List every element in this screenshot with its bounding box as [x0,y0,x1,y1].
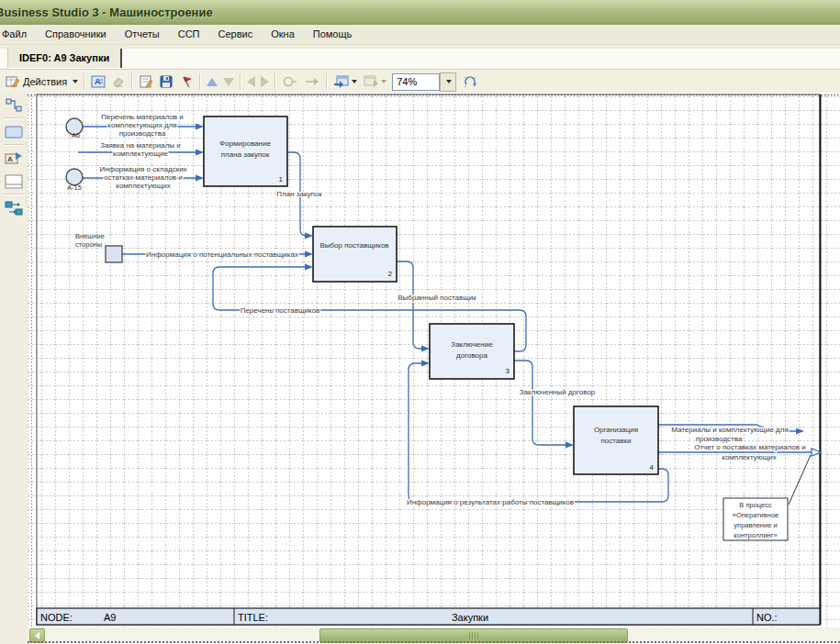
flow-label[interactable]: Перечень материалов и [101,113,184,121]
process-box-3[interactable]: Заключение договора 3 [430,324,514,379]
window-titlebar: Business Studio 3 - Машиностроение [0,0,840,25]
chevron-down-icon [381,80,386,83]
box-title: Выбор поставщиков [319,241,388,250]
offpage-label: «Оперативное [733,511,779,519]
offpage-label: В процесс [739,501,772,509]
box-tool-icon [5,125,23,139]
footer-node-label: NODE: [40,612,73,623]
offpage-label: управление и [734,521,777,529]
move-down-button[interactable] [221,72,236,91]
box-title: поставки [600,437,631,445]
flow-label[interactable]: Выбранный поставщик [398,294,476,302]
flow-label[interactable]: Информация о складских [99,165,186,173]
box-shape [313,227,397,282]
shape-tool-strip: A [0,93,28,644]
save-button[interactable] [157,72,175,91]
flow-label[interactable]: Информация о результатах работы поставщи… [407,498,574,506]
flow-label[interactable]: Отчет о поставках материалов и [694,443,806,451]
menu-service[interactable]: Сервис [209,25,263,44]
flow-label[interactable]: Заключенный договор [520,388,596,396]
refresh-button[interactable] [460,72,480,91]
box-title: Организация [594,426,638,434]
history-forward-icon [304,74,320,89]
svg-text:A: A [95,77,101,86]
go-to-parent-icon [363,74,379,89]
nav-right-button[interactable] [259,72,271,91]
offpage-reference-box[interactable]: В процесс «Оперативное управление и конт… [723,498,788,540]
box-number: 1 [279,175,284,183]
menu-windows[interactable]: Окна [262,25,304,44]
callout-tool-icon: A [5,150,23,167]
external-label: Внешние [75,232,105,240]
box-number: 2 [388,270,393,278]
callout-tool-button[interactable]: A [3,149,25,169]
actions-button-label: Действия [23,76,67,87]
flow-label[interactable]: План закупок [276,190,322,198]
flow-label[interactable]: комплектующих [116,182,170,190]
nav-left-button[interactable] [245,72,257,91]
flag-button[interactable] [177,72,196,91]
tab-idef0-a9[interactable]: IDEF0: A9 Закупки [7,49,122,68]
frame-tool-button[interactable] [3,172,25,192]
toolbar-separator [131,73,133,90]
workspace-marquee-bottom [28,641,840,643]
toolbar-separator [326,73,328,90]
flow-label[interactable]: производства [119,129,166,138]
footer-title-value: Закупки [452,612,488,623]
flow-label[interactable]: Материалы и комплектующие для [671,426,788,434]
move-up-icon [207,78,218,86]
move-up-button[interactable] [205,72,219,91]
zoom-combo: 74% [392,72,456,92]
box-tool-button[interactable] [3,122,25,142]
flow-label[interactable]: комплектующих для [107,121,176,129]
main-toolbar: Действия A 74% [0,70,840,94]
go-to-parent-button[interactable] [361,72,388,91]
flow-label[interactable]: производства [696,435,743,443]
history-back-button[interactable] [280,72,300,91]
menu-references[interactable]: Справочники [36,25,116,44]
flow-label[interactable]: Перечень поставщиков [241,306,320,315]
flow-label[interactable]: комплектующие [113,150,168,158]
properties-icon: A [91,74,106,89]
interface-tool-button[interactable] [3,198,25,218]
nav-right-icon [261,76,269,87]
actions-button[interactable]: Действия [4,72,80,91]
zoom-value-field[interactable]: 74% [392,73,440,91]
save-icon [159,74,174,89]
diagram-canvas[interactable]: А6 А-15 Внешние стороны Формирование пла… [28,93,840,627]
footer-no-label: NO.: [756,612,778,623]
tool-separator [5,144,23,146]
toolbar-separator [84,73,85,90]
properties-button[interactable]: A [89,72,107,91]
connector-tool-button[interactable] [3,95,25,116]
history-forward-button[interactable] [302,72,322,91]
go-to-subprocess-icon [333,74,350,89]
box-title: Заключение [451,340,493,349]
chevron-down-icon [73,80,78,83]
edit-note-button[interactable] [137,72,155,91]
flow-label[interactable]: комплектующих [722,453,776,461]
process-box-2[interactable]: Выбор поставщиков 2 [313,227,397,282]
go-to-subprocess-button[interactable] [331,72,359,91]
flow-label[interactable]: остатках материалов и [104,173,183,182]
process-box-4[interactable]: Организация поставки 4 [574,406,658,474]
process-box-1[interactable]: Формирование плана закупок 1 [204,117,287,186]
flow-label[interactable]: Заявка на материалы и [100,141,181,150]
menu-reports[interactable]: Отчеты [116,25,169,44]
svg-text:A: A [7,155,13,163]
nav-left-icon [247,76,255,87]
horizontal-scrollbar[interactable] [28,627,840,642]
boundary-node-a15[interactable]: А-15 [66,169,83,192]
menu-help[interactable]: Помощь [304,25,362,44]
flow-label[interactable]: Информация о потенциальных поставщиках [146,250,298,259]
eraser-button[interactable] [109,72,128,91]
toolbar-separator [274,73,276,90]
offpage-label: контроллинг» [734,531,777,539]
scrollbar-grip [469,632,479,639]
box-title: Формирование [219,139,271,148]
actions-grid-icon [6,74,20,89]
menu-ssp[interactable]: ССП [169,25,209,44]
zoom-dropdown-button[interactable] [440,72,456,92]
menu-file[interactable]: Файл [0,25,36,44]
box-title: плана закупок [221,150,270,159]
